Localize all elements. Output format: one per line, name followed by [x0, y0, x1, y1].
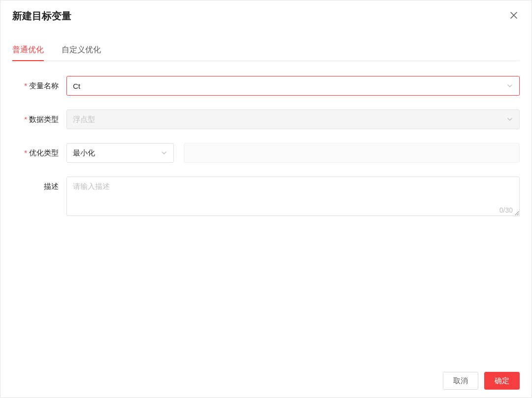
optimization-value-input[interactable]: [184, 143, 520, 163]
modal-title: 新建目标变量: [12, 9, 71, 23]
row-variable-name: *变量名称 Ct: [12, 76, 520, 96]
confirm-button[interactable]: 确定: [484, 372, 520, 390]
description-textarea[interactable]: [66, 177, 520, 216]
modal-body: 普通优化 自定义优化 *变量名称 Ct *数据类型 浮点型: [0, 31, 532, 363]
create-target-variable-modal: 新建目标变量 普通优化 自定义优化 *变量名称 Ct *数据类型: [0, 0, 532, 398]
label-data-type: *数据类型: [12, 109, 66, 129]
tab-normal-optimization[interactable]: 普通优化: [12, 40, 44, 61]
chevron-down-icon: [161, 149, 167, 156]
tabs: 普通优化 自定义优化: [12, 40, 520, 61]
chevron-down-icon: [506, 116, 513, 123]
modal-header: 新建目标变量: [0, 0, 532, 31]
row-data-type: *数据类型 浮点型: [12, 109, 520, 129]
row-optimization-type: *优化类型 最小化: [12, 143, 520, 163]
optimization-type-value: 最小化: [73, 148, 95, 158]
row-description: 描述 0/30: [12, 177, 520, 218]
optimization-type-select[interactable]: 最小化: [66, 143, 174, 163]
close-icon[interactable]: [508, 8, 520, 23]
cancel-button[interactable]: 取消: [443, 372, 478, 390]
variable-name-value: Ct: [73, 82, 80, 90]
data-type-value: 浮点型: [73, 115, 95, 124]
chevron-down-icon: [506, 82, 513, 89]
tab-custom-optimization[interactable]: 自定义优化: [62, 40, 101, 61]
label-optimization-type: *优化类型: [12, 143, 66, 163]
data-type-select: 浮点型: [66, 109, 520, 129]
label-description: 描述: [12, 177, 66, 196]
label-variable-name: *变量名称: [12, 76, 66, 96]
modal-footer: 取消 确定: [0, 363, 532, 398]
variable-name-select[interactable]: Ct: [66, 76, 520, 96]
